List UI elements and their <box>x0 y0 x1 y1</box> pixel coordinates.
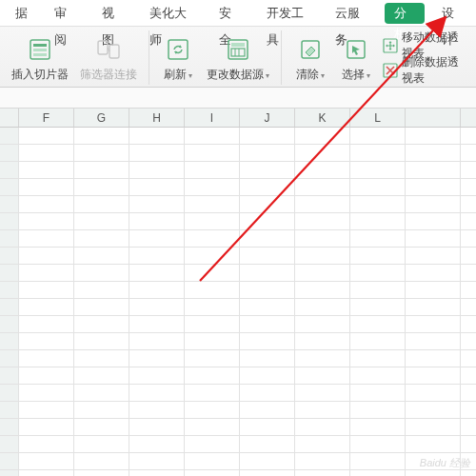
select-button[interactable]: 选择▾ <box>333 30 379 85</box>
cell[interactable] <box>406 367 461 384</box>
cell[interactable] <box>185 453 240 469</box>
cell[interactable] <box>185 145 240 161</box>
cell[interactable] <box>19 196 74 212</box>
cell[interactable] <box>240 316 295 332</box>
cell[interactable] <box>74 436 129 452</box>
cell[interactable] <box>240 265 295 281</box>
cell[interactable] <box>406 282 461 298</box>
cell[interactable] <box>19 385 74 401</box>
col-header[interactable]: K <box>295 109 350 127</box>
cell[interactable] <box>406 316 461 332</box>
cell[interactable] <box>350 196 406 212</box>
tab-security[interactable]: 安全 <box>206 0 253 27</box>
row-header[interactable] <box>0 179 19 195</box>
cell[interactable] <box>295 367 350 384</box>
cell[interactable] <box>74 179 129 195</box>
cell[interactable] <box>350 385 406 401</box>
cell[interactable] <box>185 419 240 435</box>
cell[interactable] <box>406 196 461 212</box>
col-header[interactable]: G <box>74 109 129 127</box>
cell[interactable] <box>185 282 240 298</box>
cell[interactable] <box>240 419 295 435</box>
cell[interactable] <box>406 230 461 247</box>
cell[interactable] <box>74 470 129 476</box>
cell[interactable] <box>19 145 74 161</box>
cell[interactable] <box>240 333 295 349</box>
cell[interactable] <box>74 316 129 332</box>
cell[interactable] <box>295 162 350 178</box>
tab-cloud[interactable]: 云服务 <box>322 0 380 27</box>
cell[interactable] <box>19 333 74 349</box>
col-header[interactable]: I <box>185 109 240 127</box>
cell[interactable] <box>74 385 129 401</box>
delete-pivot-button[interactable]: 删除数据透视表 <box>383 61 466 80</box>
cell[interactable] <box>74 453 129 469</box>
cell[interactable] <box>129 350 185 367</box>
cell[interactable] <box>19 350 74 367</box>
cell[interactable] <box>350 470 406 476</box>
cell[interactable] <box>295 316 350 332</box>
cell[interactable] <box>350 299 406 315</box>
cell[interactable] <box>129 145 185 161</box>
cell[interactable] <box>185 196 240 212</box>
row-header[interactable] <box>0 230 19 247</box>
cell[interactable] <box>129 299 185 315</box>
row-header[interactable] <box>0 350 19 367</box>
tab-design[interactable]: 设计 <box>428 0 476 27</box>
cell[interactable] <box>74 419 129 435</box>
cell[interactable] <box>74 196 129 212</box>
cell[interactable] <box>185 436 240 452</box>
cell[interactable] <box>185 350 240 367</box>
row-header[interactable] <box>0 385 19 401</box>
tab-view[interactable]: 视图 <box>89 0 136 27</box>
cell[interactable] <box>129 248 185 264</box>
cell[interactable] <box>185 162 240 178</box>
cell[interactable] <box>406 333 461 349</box>
tab-data[interactable]: 据 <box>2 0 41 27</box>
cell[interactable] <box>19 162 74 178</box>
cell[interactable] <box>19 299 74 315</box>
cell[interactable] <box>19 265 74 281</box>
cell[interactable] <box>406 162 461 178</box>
row-header[interactable] <box>0 419 19 435</box>
cell[interactable] <box>129 128 185 144</box>
cell[interactable] <box>295 248 350 264</box>
cell[interactable] <box>350 213 406 229</box>
cell[interactable] <box>185 128 240 144</box>
cell[interactable] <box>129 282 185 298</box>
cell[interactable] <box>74 367 129 384</box>
cell[interactable] <box>74 282 129 298</box>
cell[interactable] <box>350 316 406 332</box>
spreadsheet-grid[interactable]: F G H I J K L <box>0 109 476 476</box>
tab-review[interactable]: 审阅 <box>41 0 89 27</box>
cell[interactable] <box>185 402 240 418</box>
cell[interactable] <box>185 470 240 476</box>
cell[interactable] <box>129 385 185 401</box>
cell[interactable] <box>350 179 406 195</box>
cell[interactable] <box>240 470 295 476</box>
cell[interactable] <box>350 162 406 178</box>
cell[interactable] <box>406 145 461 161</box>
cell[interactable] <box>19 419 74 435</box>
corner-header[interactable] <box>0 109 19 127</box>
cell[interactable] <box>129 213 185 229</box>
row-header[interactable] <box>0 282 19 298</box>
cell[interactable] <box>19 213 74 229</box>
cell[interactable] <box>295 402 350 418</box>
cell[interactable] <box>240 453 295 469</box>
row-header[interactable] <box>0 196 19 212</box>
cell[interactable] <box>74 402 129 418</box>
cell[interactable] <box>350 230 406 247</box>
cell[interactable] <box>350 436 406 452</box>
cell[interactable] <box>350 367 406 384</box>
cell[interactable] <box>350 350 406 367</box>
cell[interactable] <box>295 470 350 476</box>
cell[interactable] <box>350 402 406 418</box>
cell[interactable] <box>74 299 129 315</box>
cell[interactable] <box>74 230 129 247</box>
cell[interactable] <box>295 453 350 469</box>
row-header[interactable] <box>0 470 19 476</box>
cell[interactable] <box>19 179 74 195</box>
cell[interactable] <box>74 128 129 144</box>
cell[interactable] <box>295 333 350 349</box>
